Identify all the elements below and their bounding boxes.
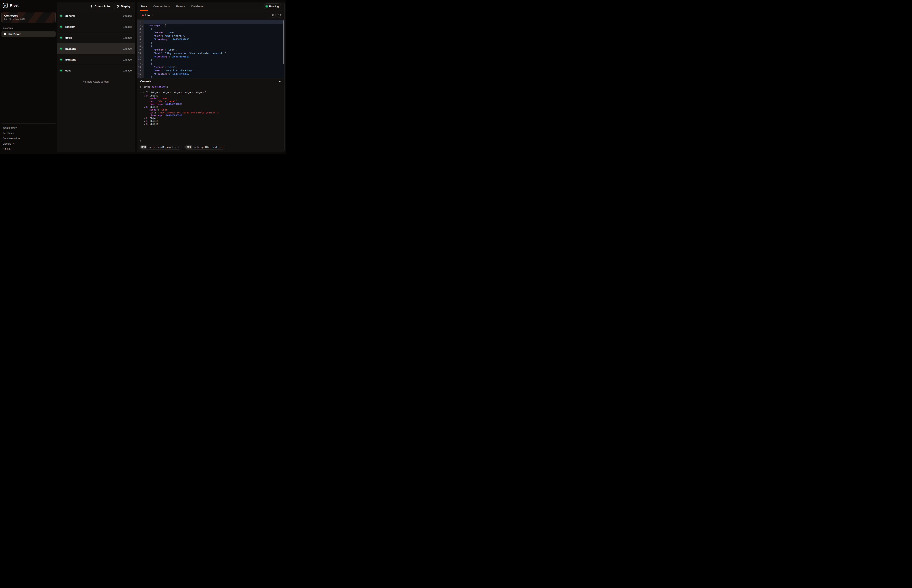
console-tree-item[interactable]: ▶4: Object	[137, 123, 284, 126]
prop-key: text	[149, 100, 155, 103]
editor-line-number: 1⌄	[137, 20, 144, 24]
editor-gutter: 1⌄2⌄3⌄45678⌄910111213⌄14151617	[137, 19, 144, 78]
editor-code-line: "sender": "User",	[144, 48, 284, 52]
actor-row[interactable]: random1m ago	[57, 21, 135, 32]
console-prompt[interactable]	[137, 138, 284, 143]
chevron-right-icon	[139, 86, 142, 88]
main-area: Create Actor Display general2m agorandom…	[57, 2, 284, 152]
live-dot-icon	[142, 15, 144, 16]
prop-value: 1764043991880	[165, 103, 182, 105]
editor-scrollbar[interactable]	[283, 20, 284, 64]
result-summary: (5) [Object, Object, Object, Object, Obj…	[145, 91, 206, 94]
plus-icon	[90, 5, 93, 8]
create-actor-button[interactable]: Create Actor	[88, 3, 113, 9]
editor-code-line: "text": "Long live the King!",	[144, 69, 284, 72]
editor-line-number: 3⌄	[137, 27, 144, 31]
editor-line-number: 13⌄	[137, 62, 144, 65]
console-header[interactable]: Console	[137, 78, 284, 84]
prop-value: 1764043995517	[165, 114, 182, 117]
status-dot-icon	[60, 69, 62, 71]
users-icon	[3, 33, 6, 36]
status-dot-icon	[60, 15, 62, 17]
triangle-down-icon[interactable]: ▼	[144, 95, 145, 97]
actor-name: general	[65, 14, 75, 17]
instance-name: chatRoom	[8, 32, 21, 36]
console-tree-prop: sender: "User"	[137, 108, 284, 111]
actor-row[interactable]: frontend1m ago	[57, 54, 135, 65]
console-tree-prop: text: "Who’s there?"	[137, 100, 284, 103]
external-link-icon: ↗	[12, 142, 14, 145]
live-badge[interactable]: Live	[140, 13, 153, 18]
editor-code-line: {	[144, 45, 284, 48]
connection-status: Connected	[4, 14, 53, 17]
triangle-down-icon[interactable]: ▼	[144, 91, 144, 94]
display-button[interactable]: Display	[114, 3, 133, 9]
status-badge: Running	[263, 3, 281, 9]
rpc-shortcut-button[interactable]: RPCactor.getHistory(...)	[184, 145, 225, 150]
editor-code-line: "text": "Who’s there?",	[144, 34, 284, 37]
actors-panel: Create Actor Display general2m agorandom…	[57, 2, 135, 152]
reset-state-button[interactable]	[277, 13, 282, 18]
rivet-logo-icon: R	[3, 3, 8, 8]
object-word: : Object	[147, 120, 158, 123]
tab-connections[interactable]: Connections	[153, 2, 170, 11]
sidebar-item-instance[interactable]: chatRoom	[2, 31, 56, 37]
editor-line-number: 15	[137, 69, 144, 72]
sidebar-footer-links: Whats new?FeedbackDocumentationDiscord↗G…	[2, 125, 56, 152]
prop-value: "Who’s there?"	[158, 100, 177, 103]
triangle-right-icon[interactable]: ▶	[144, 118, 145, 120]
editor-code-line: "sender": "User",	[144, 31, 284, 34]
rpc-method-label: actor.sendMessage(...)	[149, 146, 179, 149]
inspector-tabs: StateConnectionsEventsDatabase	[140, 2, 203, 11]
editor-code-line: },	[144, 41, 284, 45]
status-dot-icon	[60, 37, 62, 39]
sidebar-link-whats-new-[interactable]: Whats new?	[2, 125, 56, 131]
rpc-tag: RPC	[140, 145, 147, 149]
connection-status-card: Connected http://localhost:6420	[2, 12, 56, 23]
console-tree-item[interactable]: ▼1: Object	[137, 106, 284, 108]
sidebar-link-github[interactable]: GitHub↗	[2, 146, 56, 152]
save-state-button[interactable]	[271, 13, 276, 18]
triangle-right-icon[interactable]: ▶	[144, 121, 145, 122]
prop-value: "User"	[160, 97, 168, 100]
actor-name: frontend	[65, 58, 76, 61]
tab-database[interactable]: Database	[191, 2, 203, 11]
sidebar-link-feedback[interactable]: Feedback	[2, 131, 56, 136]
tab-state[interactable]: State	[140, 2, 147, 11]
editor-line-number: 9	[137, 48, 144, 52]
console-tree-prop: timestamp: 1764043995517	[137, 114, 284, 117]
actor-updated-time: 1m ago	[123, 25, 132, 28]
rpc-shortcut-button[interactable]: RPCactor.sendMessage(...)	[139, 145, 181, 150]
triangle-down-icon[interactable]: ▼	[144, 107, 145, 108]
actor-row[interactable]: backend1m ago	[57, 43, 135, 54]
prop-key: timestamp	[149, 103, 162, 105]
actor-row[interactable]: general2m ago	[57, 10, 135, 21]
editor-line-number: 17	[137, 76, 144, 78]
state-json-editor[interactable]: 1⌄2⌄3⌄45678⌄910111213⌄14151617 { "messag…	[137, 19, 284, 78]
chevron-down-icon[interactable]	[278, 80, 281, 83]
object-word: : Object	[147, 123, 158, 125]
actor-row[interactable]: cats1m ago	[57, 65, 135, 76]
status-dot-icon	[60, 26, 62, 28]
instances-label: Instances	[3, 27, 55, 29]
console-tree-item[interactable]: ▶2: Object	[137, 117, 284, 120]
console-command: actor.getHistory()	[144, 86, 168, 88]
editor-code-line: "timestamp": 1764043991880	[144, 37, 284, 41]
actor-name: random	[65, 25, 75, 28]
editor-code-line: },	[144, 58, 284, 62]
editor-code-line: {	[144, 62, 284, 65]
editor-line-number: 14	[137, 65, 144, 69]
object-word: : Object	[147, 117, 158, 120]
console-tree-prop: timestamp: 1764043991880	[137, 103, 284, 106]
prop-key: sender	[149, 97, 158, 100]
tab-events[interactable]: Events	[176, 2, 185, 11]
console-tree-item[interactable]: ▼0: Object	[137, 94, 284, 97]
status-dot-icon	[60, 48, 62, 50]
actor-name: dogs	[65, 36, 72, 39]
actor-row[interactable]: dogs1m ago	[57, 32, 135, 43]
console-tree-item[interactable]: ▶3: Object	[137, 120, 284, 123]
rpc-tag: RPC	[185, 145, 192, 149]
sidebar-link-documentation[interactable]: Documentation	[2, 136, 56, 141]
sidebar-link-discord[interactable]: Discord↗	[2, 141, 56, 146]
triangle-right-icon[interactable]: ▶	[144, 123, 145, 125]
